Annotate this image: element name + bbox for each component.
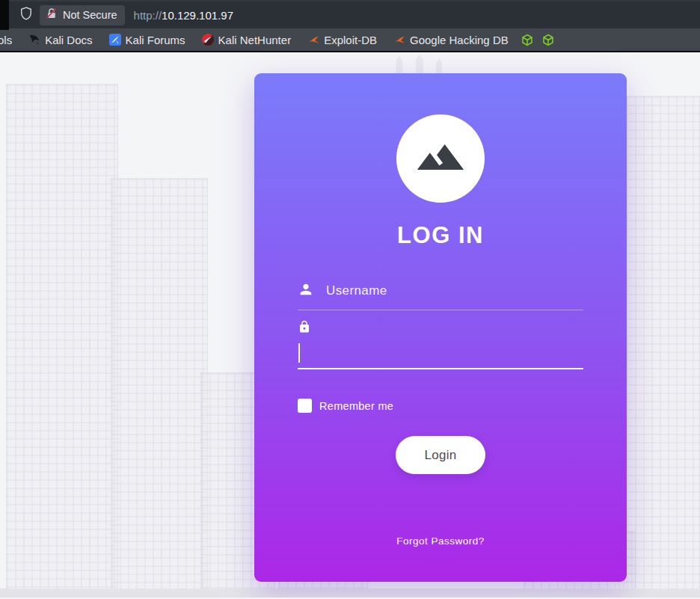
kali-nethunter-icon xyxy=(202,34,214,46)
person-icon xyxy=(298,281,314,301)
lock-icon xyxy=(298,320,583,337)
background-building xyxy=(111,178,208,598)
bookmark-exploit-db[interactable]: Exploit-DB xyxy=(299,28,385,51)
background-building xyxy=(6,84,118,598)
remember-me-label: Remember me xyxy=(319,400,393,412)
password-input[interactable] xyxy=(298,343,583,363)
window-corner xyxy=(0,0,9,30)
security-status-chip[interactable]: Not Secure xyxy=(40,5,125,25)
background-building xyxy=(618,96,700,598)
url-scheme: http:// xyxy=(134,9,162,22)
broken-lock-icon xyxy=(46,7,58,22)
exploit-db-icon xyxy=(307,34,319,46)
bookmark-label: Kali Forums xyxy=(126,34,185,46)
browser-window: Not Secure http://10.129.101.97 ols Kali… xyxy=(0,0,700,599)
background-spire xyxy=(393,55,405,75)
url-host: 10.129.101.97 xyxy=(162,9,233,22)
offsec-cube-icon xyxy=(521,34,533,46)
password-field-row xyxy=(298,320,583,369)
security-status-label: Not Secure xyxy=(63,9,117,21)
url-toolbar: Not Secure http://10.129.101.97 xyxy=(0,0,700,28)
forgot-password-link[interactable]: Forgot Password? xyxy=(298,535,583,547)
bookmark-kali-nethunter[interactable]: Kali NetHunter xyxy=(194,28,300,51)
bookmark-offsec-2[interactable] xyxy=(538,28,559,51)
bookmark-label: Exploit-DB xyxy=(324,34,377,46)
login-button[interactable]: Login xyxy=(396,436,485,474)
background-street xyxy=(0,589,700,598)
mountain-logo-icon xyxy=(415,132,466,185)
logo-circle xyxy=(396,114,485,203)
background-spire xyxy=(434,58,444,75)
login-card: LOG IN xyxy=(254,73,627,582)
kali-forums-icon xyxy=(109,34,121,46)
background-spire xyxy=(413,54,426,75)
page-content: LOG IN xyxy=(0,52,700,598)
bookmark-label: Google Hacking DB xyxy=(410,34,509,46)
remember-me-checkbox[interactable] xyxy=(298,399,312,413)
offsec-cube-icon xyxy=(542,34,554,46)
shield-icon xyxy=(19,6,34,24)
kali-docs-icon xyxy=(28,34,40,46)
bookmark-label: Kali Docs xyxy=(45,34,92,46)
bookmark-label: ols xyxy=(0,34,12,46)
username-input[interactable] xyxy=(326,283,583,298)
text-caret xyxy=(298,343,300,363)
bookmark-label: Kali NetHunter xyxy=(218,34,292,46)
remember-me-row: Remember me xyxy=(298,399,583,413)
url-input[interactable]: http://10.129.101.97 xyxy=(134,9,233,22)
tracking-protection-button[interactable] xyxy=(15,4,37,25)
page-title: LOG IN xyxy=(397,222,484,249)
bookmarks-toolbar: ols Kali Docs Kali Forums xyxy=(0,28,700,52)
bookmark-kali-docs[interactable]: Kali Docs xyxy=(20,28,100,51)
login-form: Remember me Login Forgot Password? xyxy=(298,249,583,547)
bookmark-kali-forums[interactable]: Kali Forums xyxy=(101,28,194,51)
bookmark-google-hacking-db[interactable]: Google Hacking DB xyxy=(385,28,517,51)
bookmark-kali-tools[interactable]: ols xyxy=(0,28,20,51)
bookmark-offsec-1[interactable] xyxy=(517,28,538,51)
username-field-row xyxy=(298,281,583,310)
google-hacking-db-icon xyxy=(393,34,405,46)
